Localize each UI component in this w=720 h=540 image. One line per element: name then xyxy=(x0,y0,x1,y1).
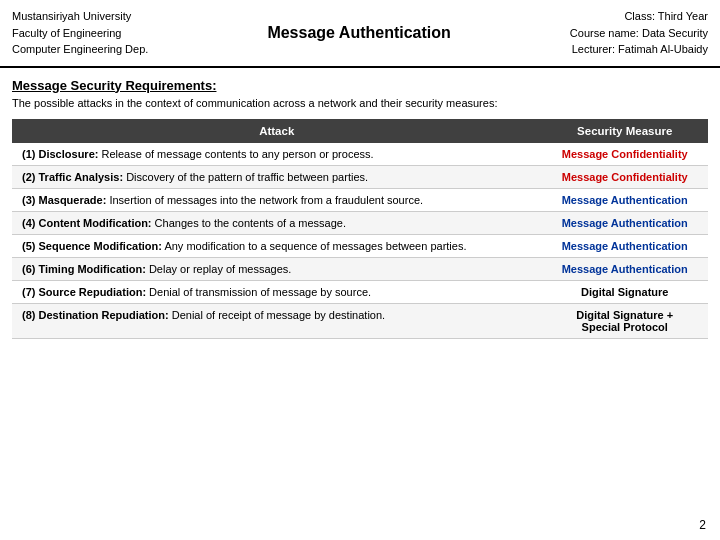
page-number: 2 xyxy=(699,518,706,532)
attack-text: Discovery of the pattern of traffic betw… xyxy=(123,171,368,183)
header-right: Class: Third Year Course name: Data Secu… xyxy=(570,8,708,58)
table-row: (4) Content Modification: Changes to the… xyxy=(12,211,708,234)
col-measure-header: Security Measure xyxy=(541,119,708,143)
measure-cell: Digital Signature +Special Protocol xyxy=(541,303,708,338)
attack-label: (3) Masquerade: xyxy=(22,194,106,206)
attack-text: Delay or replay of messages. xyxy=(146,263,292,275)
measure-cell: Message Confidentiality xyxy=(541,143,708,166)
section-title: Message Security Requirements: xyxy=(12,78,708,93)
header-title: Message Authentication xyxy=(148,24,569,42)
attack-cell: (4) Content Modification: Changes to the… xyxy=(12,211,541,234)
measure-cell: Message Authentication xyxy=(541,257,708,280)
attack-label: (7) Source Repudiation: xyxy=(22,286,146,298)
table-row: (1) Disclosure: Release of message conte… xyxy=(12,143,708,166)
attack-cell: (6) Timing Modification: Delay or replay… xyxy=(12,257,541,280)
table-row: (7) Source Repudiation: Denial of transm… xyxy=(12,280,708,303)
attack-text: Any modification to a sequence of messag… xyxy=(162,240,467,252)
attack-text: Insertion of messages into the network f… xyxy=(106,194,423,206)
attack-label: (4) Content Modification: xyxy=(22,217,152,229)
attack-cell: (7) Source Repudiation: Denial of transm… xyxy=(12,280,541,303)
measure-cell: Message Authentication xyxy=(541,234,708,257)
attack-label: (5) Sequence Modification: xyxy=(22,240,162,252)
lecturer-info: Lecturer: Fatimah Al-Ubaidy xyxy=(570,41,708,58)
attack-text: Changes to the contents of a message. xyxy=(152,217,346,229)
table-row: (6) Timing Modification: Delay or replay… xyxy=(12,257,708,280)
table-row: (3) Masquerade: Insertion of messages in… xyxy=(12,188,708,211)
attack-label: (8) Destination Repudiation: xyxy=(22,309,169,321)
measure-cell: Message Confidentiality xyxy=(541,165,708,188)
col-attack-header: Attack xyxy=(12,119,541,143)
main-content: Message Security Requirements: The possi… xyxy=(0,68,720,349)
attack-cell: (3) Masquerade: Insertion of messages in… xyxy=(12,188,541,211)
page-footer: 2 xyxy=(699,518,706,532)
table-row: (8) Destination Repudiation: Denial of r… xyxy=(12,303,708,338)
attack-text: Denial of transmission of message by sou… xyxy=(146,286,371,298)
attack-text: Denial of receipt of message by destinat… xyxy=(169,309,385,321)
attack-text: Release of message contents to any perso… xyxy=(98,148,373,160)
measure-cell: Message Authentication xyxy=(541,188,708,211)
department-name: Computer Engineering Dep. xyxy=(12,41,148,58)
attack-label: (6) Timing Modification: xyxy=(22,263,146,275)
measure-cell: Digital Signature xyxy=(541,280,708,303)
table-row: (2) Traffic Analysis: Discovery of the p… xyxy=(12,165,708,188)
header-left: Mustansiriyah University Faculty of Engi… xyxy=(12,8,148,58)
header: Mustansiriyah University Faculty of Engi… xyxy=(0,0,720,68)
security-table: Attack Security Measure (1) Disclosure: … xyxy=(12,119,708,339)
table-header-row: Attack Security Measure xyxy=(12,119,708,143)
faculty-name: Faculty of Engineering xyxy=(12,25,148,42)
table-row: (5) Sequence Modification: Any modificat… xyxy=(12,234,708,257)
attack-cell: (1) Disclosure: Release of message conte… xyxy=(12,143,541,166)
attack-label: (1) Disclosure: xyxy=(22,148,98,160)
measure-cell: Message Authentication xyxy=(541,211,708,234)
course-info: Course name: Data Security xyxy=(570,25,708,42)
attack-label: (2) Traffic Analysis: xyxy=(22,171,123,183)
attack-cell: (2) Traffic Analysis: Discovery of the p… xyxy=(12,165,541,188)
attack-cell: (8) Destination Repudiation: Denial of r… xyxy=(12,303,541,338)
section-description: The possible attacks in the context of c… xyxy=(12,97,708,109)
university-name: Mustansiriyah University xyxy=(12,8,148,25)
class-info: Class: Third Year xyxy=(570,8,708,25)
attack-cell: (5) Sequence Modification: Any modificat… xyxy=(12,234,541,257)
